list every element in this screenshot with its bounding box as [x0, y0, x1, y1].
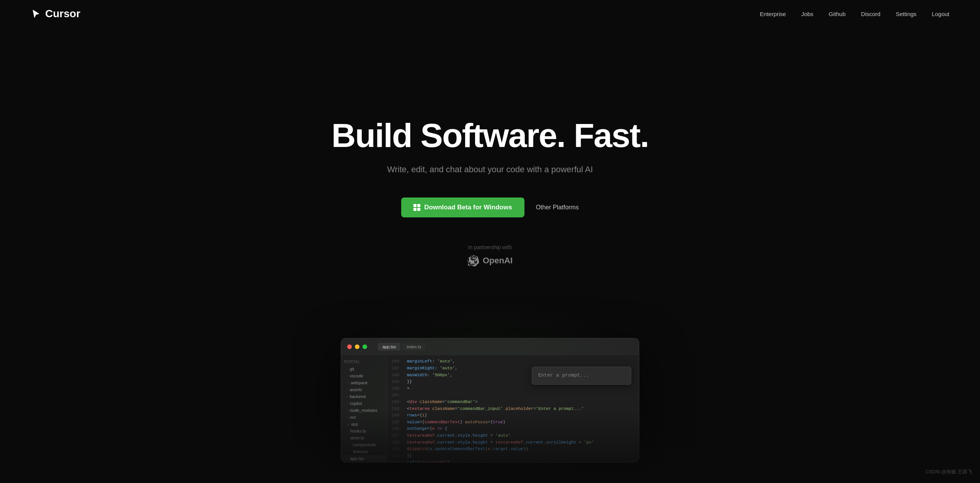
sidebar-item-index-html[interactable]: index.html: [341, 462, 387, 462]
sidebar-item-vscode[interactable]: › vscode: [341, 372, 387, 379]
editor-main: 186187188189190 191192193194195 10610710…: [387, 355, 639, 462]
sidebar-item-features[interactable]: › features: [341, 448, 387, 455]
hero-buttons: Download Beta for Windows Other Platform…: [401, 197, 578, 217]
traffic-light-yellow: [355, 344, 359, 349]
windows-icon-square-tr: [417, 204, 420, 207]
navbar: Cursor Enterprise Jobs Github Discord Se…: [0, 0, 980, 28]
code-line-6: [407, 392, 634, 399]
tab-index-ts[interactable]: index.ts: [402, 343, 426, 351]
code-line-7: <div className='commandBar'>: [407, 399, 634, 406]
sidebar-item-out[interactable]: › out: [341, 414, 387, 421]
code-line-14: dispatch(s.updateCommandBarText(e.target…: [407, 446, 634, 453]
hero-subtitle: Write, edit, and chat about your code wi…: [387, 165, 593, 175]
other-platforms-button[interactable]: Other Platforms: [536, 204, 579, 211]
hero-section: Build Software. Fast. Write, edit, and c…: [0, 0, 980, 338]
code-line-11: onChange={e => {: [407, 426, 634, 432]
sidebar-item-node-modules[interactable]: › node_modules: [341, 407, 387, 414]
code-line-1: marginLeft: 'auto',: [407, 358, 634, 365]
openai-logo: OpenAI: [467, 255, 513, 266]
openai-text: OpenAI: [483, 256, 513, 266]
editor-line-numbers: 186187188189190 191192193194195 10610710…: [387, 355, 402, 462]
sidebar-header: PORTAL: [341, 358, 387, 366]
editor-body: PORTAL › git › vscode › .webpack › asset…: [341, 355, 639, 462]
sidebar-item-app-tsx[interactable]: app.tsx: [341, 455, 387, 462]
code-line-10: value={commandBarText} autoFocus={true}: [407, 419, 634, 426]
sidebar-item-hooks[interactable]: hooks.ts: [341, 428, 387, 434]
sidebar-item-components[interactable]: › components: [341, 441, 387, 448]
logo-text: Cursor: [45, 8, 80, 20]
code-line-13: textareaRef.current.style.height = texta…: [407, 439, 634, 446]
nav-github[interactable]: Github: [829, 11, 846, 17]
ai-prompt-input[interactable]: Enter a prompt...: [532, 367, 631, 385]
partnership-section: In partnership with OpenAI: [467, 244, 513, 266]
download-button[interactable]: Download Beta for Windows: [401, 197, 524, 217]
editor-sidebar: PORTAL › git › vscode › .webpack › asset…: [341, 355, 387, 462]
sidebar-item-assets[interactable]: › assets: [341, 386, 387, 393]
download-button-label: Download Beta for Windows: [424, 204, 512, 211]
openai-icon: [467, 255, 479, 266]
cursor-logo-icon: [31, 8, 41, 19]
sidebar-item-store[interactable]: store.ts: [341, 434, 387, 441]
partnership-text: In partnership with: [468, 244, 512, 250]
nav-jobs[interactable]: Jobs: [801, 11, 813, 17]
editor-tabs: app.tsx index.ts: [378, 343, 426, 351]
nav-links: Enterprise Jobs Github Discord Settings …: [760, 11, 949, 17]
editor-titlebar: app.tsx index.ts: [341, 338, 639, 355]
traffic-light-red: [347, 344, 352, 349]
windows-icon: [413, 204, 420, 211]
nav-logout[interactable]: Logout: [932, 11, 949, 17]
editor-section: app.tsx index.ts PORTAL › git › vscode ›…: [0, 338, 980, 483]
code-line-15: }}: [407, 453, 634, 460]
nav-enterprise[interactable]: Enterprise: [760, 11, 786, 17]
nav-settings[interactable]: Settings: [896, 11, 916, 17]
code-line-8: <textarea className='commandBar_input' p…: [407, 406, 634, 413]
windows-icon-square-br: [417, 208, 420, 211]
hero-title: Build Software. Fast.: [332, 118, 648, 153]
code-line-16: ref={textareaRef}: [407, 459, 634, 462]
windows-icon-square-tl: [413, 204, 416, 207]
sidebar-item-backend[interactable]: › backend: [341, 393, 387, 400]
windows-icon-square-bl: [413, 208, 416, 211]
sidebar-item-git[interactable]: › git: [341, 366, 387, 372]
watermark: CSDN @海贼 王路飞: [926, 468, 972, 475]
ai-prompt-overlay: Enter a prompt...: [532, 367, 631, 385]
tab-app-tsx[interactable]: app.tsx: [378, 343, 400, 351]
editor-code: marginLeft: 'auto', marginRight: 'auto',…: [402, 355, 639, 462]
code-line-12: textareaRef.current.style.height = 'auto…: [407, 432, 634, 439]
sidebar-item-copilot[interactable]: › copilot: [341, 400, 387, 407]
sidebar-item-app[interactable]: ∨ app: [341, 421, 387, 428]
code-line-5: >: [407, 385, 634, 392]
nav-discord[interactable]: Discord: [861, 11, 880, 17]
code-line-9: rows={1}: [407, 412, 634, 419]
sidebar-item-webpack[interactable]: › .webpack: [341, 379, 387, 386]
editor-container: app.tsx index.ts PORTAL › git › vscode ›…: [341, 338, 639, 463]
logo-link[interactable]: Cursor: [31, 8, 80, 20]
traffic-light-green: [363, 344, 367, 349]
